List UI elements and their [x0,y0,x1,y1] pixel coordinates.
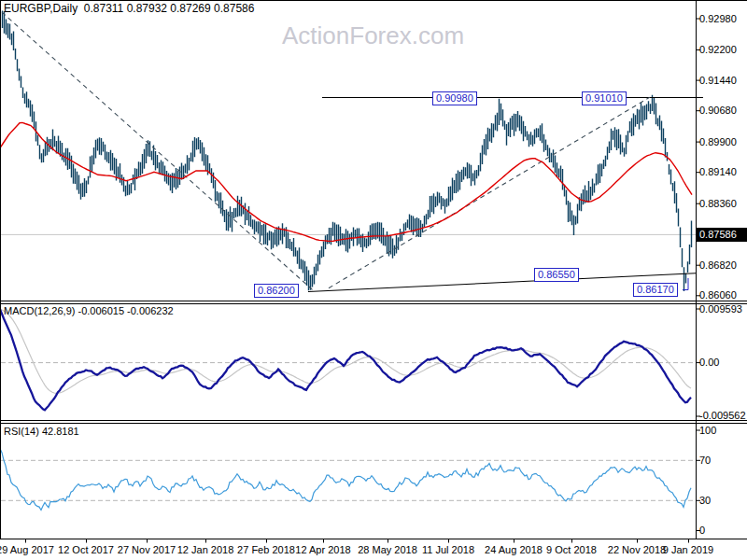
y-axis-label: -0.009562 [699,410,746,422]
date-label: 12 Oct 2017 [58,544,114,555]
y-axis-label: 0.89140 [699,166,737,178]
date-label: 27 Feb 2018 [237,544,295,555]
date-label: 22 Nov 2018 [608,544,666,555]
y-axis-label: 0.91440 [699,75,737,87]
y-axis-label: 0.92980 [699,13,737,25]
date-label: 9 Jan 2019 [663,544,713,555]
rsi-panel[interactable] [0,423,696,539]
date-label: 12 Jan 2018 [177,544,234,555]
y-axis-label: 30 [699,495,711,507]
date-label: 11 Jul 2018 [422,544,474,555]
y-axis-label: 0.86820 [699,259,737,272]
y-axis-label: 100 [699,425,716,437]
chart-window: ActionForex.com EURGBP,Daily 0.87311 0.8… [0,0,747,560]
main-chart-panel[interactable] [0,0,696,301]
date-label: 9 Oct 2018 [546,544,597,555]
current-price-badge: 0.87586 [697,228,747,242]
date-label: 28 May 2018 [358,544,417,555]
y-axis-label: 0.86060 [699,289,737,301]
y-axis-label: 0.009593 [699,303,742,315]
macd-panel[interactable] [0,303,696,420]
price-level-label[interactable]: 0.86200 [254,284,299,298]
price-level-label[interactable]: 0.91010 [582,91,627,105]
date-label: 29 Aug 2017 [0,544,54,555]
price-level-label[interactable]: 0.86550 [534,268,579,282]
macd-indicator-label: MACD(12,26,9) -0.006015 -0.006232 [4,305,174,317]
y-axis-label: 70 [699,455,711,467]
y-axis-label: 0.89900 [699,136,737,148]
date-label: 24 Aug 2018 [485,544,543,555]
date-label: 27 Nov 2017 [118,544,176,555]
date-label: 12 Apr 2018 [295,544,350,555]
y-axis-label: 0 [699,525,705,537]
y-axis-label: 0.00 [699,357,719,369]
ohlc-title: EURGBP,Daily 0.87311 0.87932 0.87269 0.8… [4,3,254,15]
price-level-label[interactable]: 0.90980 [432,91,477,105]
y-axis-label: 0.88360 [699,198,737,210]
y-axis-label: 0.90680 [699,105,737,117]
y-axis-label: 0.92200 [699,44,737,56]
rsi-indicator-label: RSI(14) 42.8181 [4,426,79,438]
price-level-label[interactable]: 0.86170 [633,283,678,297]
